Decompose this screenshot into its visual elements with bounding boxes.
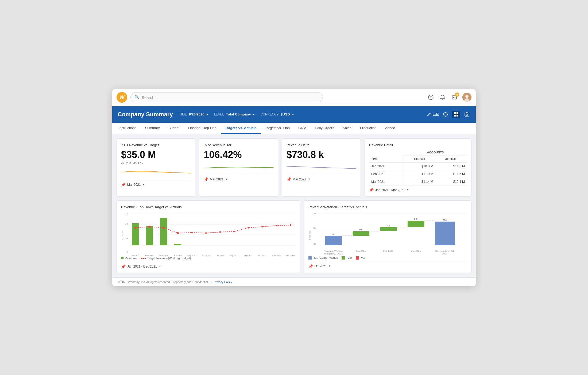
waterfall-chart-title: Revenue Waterfall - Target vs. Actuals (308, 205, 467, 209)
revenue-detail-table: TIME ACCOUNTS TARGET ACTUAL Jan 2021 $10… (369, 149, 467, 186)
time-value[interactable]: 9/23/2020 (189, 112, 204, 116)
level-dropdown-icon[interactable]: ▼ (253, 113, 255, 116)
kpi2-footer[interactable]: 📌 Mar 2021 ▼ (204, 175, 273, 181)
svg-point-0 (428, 95, 433, 100)
waterfall-period-dropdown[interactable]: ▼ (328, 265, 331, 268)
copyright-text: © 2020 Workday, Inc. All rights reserved… (118, 280, 209, 284)
logo-text: W (119, 94, 125, 100)
level-label: LEVEL (214, 113, 224, 116)
svg-text:Aug 2021: Aug 2021 (230, 254, 239, 256)
svg-point-25 (149, 226, 151, 228)
bottom-row: Revenue - Top Down Target vs. Actuals 14… (117, 200, 471, 273)
search-icon: 🔍 (134, 95, 140, 100)
svg-text:May 2021: May 2021 (187, 254, 196, 256)
currency-value[interactable]: $USD (281, 112, 290, 116)
svg-text:Revenue(Working: Revenue(Working (324, 250, 343, 252)
svg-point-27 (177, 232, 179, 234)
header-bar: Company Summary TIME 9/23/2020 ▼ LEVEL T… (112, 106, 476, 123)
chat-icon[interactable] (427, 94, 435, 101)
tab-budget[interactable]: Budget (164, 123, 184, 134)
tab-targets-vs-actuals[interactable]: Targets vs. Actuals (221, 123, 261, 134)
svg-text:35.0: 35.0 (442, 218, 447, 221)
topdown-footer[interactable]: 📌 Jan 2021 - Dec 2021 ▼ (121, 262, 296, 269)
svg-text:Mar 2021: Mar 2021 (159, 254, 168, 256)
time-dropdown-icon[interactable]: ▼ (206, 113, 209, 116)
detail-period-dropdown[interactable]: ▼ (407, 188, 409, 191)
kpi3-footer[interactable]: 📌 Mar 2021 ▼ (287, 175, 356, 181)
header-actions: Edit (427, 111, 470, 118)
topdown-period-dropdown[interactable]: ▼ (158, 265, 161, 268)
kpi1-chart (121, 167, 191, 177)
svg-text:Apr 2021: Apr 2021 (174, 254, 182, 256)
svg-point-28 (191, 232, 193, 233)
detail-footer[interactable]: 📌 Jan 2021 - Mar 2021 ▼ (369, 188, 467, 192)
tab-adhoc[interactable]: Adhoc (381, 123, 399, 134)
svg-text:Jul 2021: Jul 2021 (216, 254, 224, 256)
app-window: W 🔍 Search 8 Company Summary (112, 89, 476, 286)
tab-finance-top-line[interactable]: Finance - Top Line (184, 123, 221, 134)
tab-instructions[interactable]: Instructions (114, 123, 141, 134)
kpi2-title: % of Revenue Tar... (204, 143, 273, 147)
svg-text:33.2: 33.2 (331, 233, 336, 235)
notification-icon[interactable] (439, 94, 446, 101)
svg-rect-61 (380, 227, 397, 231)
svg-text:Jan 2021: Jan 2021 (356, 250, 366, 252)
svg-rect-57 (353, 231, 369, 236)
kpi1-period-dropdown[interactable]: ▼ (142, 183, 145, 186)
actual-cell: $11.5 M (435, 170, 467, 178)
tab-bar: InstructionsSummaryBudgetFinance - Top L… (112, 123, 476, 134)
kpi1-footer[interactable]: 📌 Mar 2021 ▼ (121, 180, 191, 187)
tab-targets-vs-plan[interactable]: Targets vs. Plan (261, 123, 294, 134)
pin-icon3: 📌 (287, 177, 291, 181)
svg-text:Feb 2021: Feb 2021 (145, 254, 154, 256)
search-input[interactable]: Search (142, 95, 154, 100)
target-cell: $10.8 M (404, 162, 435, 170)
svg-text:Budget) Q1 2021: Budget) Q1 2021 (324, 252, 343, 255)
svg-text:Dec 2021: Dec 2021 (286, 254, 295, 256)
tab-summary[interactable]: Summary (141, 123, 164, 134)
user-avatar[interactable] (462, 93, 471, 102)
svg-point-31 (233, 231, 235, 232)
waterfall-footer[interactable]: 📌 Q1 2021 ▼ (308, 262, 467, 268)
workday-logo[interactable]: W (117, 92, 127, 103)
svg-text:14: 14 (125, 212, 128, 215)
svg-rect-5 (454, 112, 456, 114)
inbox-badge: 8 (455, 92, 459, 97)
inbox-icon[interactable]: 8 (451, 94, 458, 101)
svg-rect-9 (465, 113, 469, 116)
top-row: YTD Revenue vs. Target $35.0 M -$6.2 M -… (117, 138, 471, 197)
tab-crm[interactable]: CRM (294, 123, 311, 134)
svg-text:0.5: 0.5 (386, 224, 390, 227)
kpi2-period-dropdown[interactable]: ▼ (225, 178, 228, 181)
col-target-header: TARGET (404, 156, 435, 162)
svg-text:12: 12 (125, 222, 128, 225)
svg-point-35 (290, 224, 292, 226)
table-row: Mar 2021 $11.4 M $12.1 M (369, 178, 467, 185)
tab-sales[interactable]: Sales (338, 123, 356, 134)
edit-button[interactable]: Edit (427, 112, 439, 117)
kpi3-period-dropdown[interactable]: ▼ (308, 178, 310, 181)
currency-dropdown-icon[interactable]: ▼ (292, 113, 294, 116)
topdown-chart-card: Revenue - Top Down Target vs. Actuals 14… (117, 200, 300, 273)
svg-text:32: 32 (313, 243, 316, 245)
privacy-policy-link[interactable]: Privacy Policy (214, 280, 232, 284)
target-cell: $11.0 M (404, 170, 435, 178)
svg-point-30 (219, 231, 221, 233)
svg-text:2021: 2021 (442, 252, 448, 255)
refresh-button[interactable] (442, 111, 449, 118)
svg-rect-7 (454, 115, 456, 117)
header-filters: TIME 9/23/2020 ▼ LEVEL Total Company ▼ C… (179, 112, 294, 116)
table-row: Jan 2021 $10.8 M $11.3 M (369, 162, 467, 170)
grid-view-button[interactable] (452, 111, 460, 118)
tab-production[interactable]: Production (356, 123, 381, 134)
pin-icon: 📌 (121, 183, 126, 187)
col-time-header: TIME (369, 149, 404, 163)
waterfall-chart-card: Revenue Waterfall - Target vs. Actuals 3… (304, 200, 471, 273)
level-value[interactable]: Total Company (226, 112, 251, 116)
search-box[interactable]: 🔍 Search (130, 92, 323, 102)
tab-daily-orders[interactable]: Daily Orders (311, 123, 338, 134)
svg-text:0.8: 0.8 (414, 218, 417, 220)
svg-point-26 (163, 227, 165, 229)
camera-button[interactable] (463, 111, 470, 118)
table-row: Feb 2021 $11.0 M $11.5 M (369, 170, 467, 178)
